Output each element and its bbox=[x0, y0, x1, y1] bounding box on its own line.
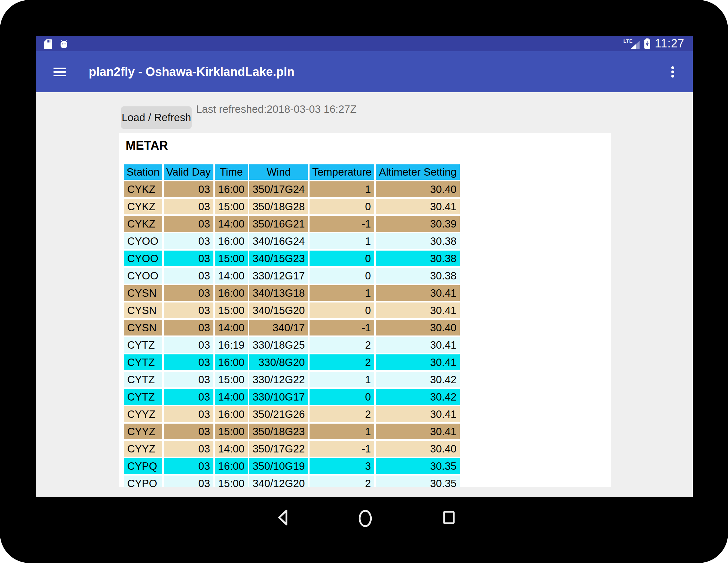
cell-temperature: 0 bbox=[310, 389, 374, 405]
cell-valid-day: 03 bbox=[164, 389, 213, 405]
metar-heading: METAR bbox=[126, 139, 611, 153]
col-header-wind: Wind bbox=[249, 164, 308, 180]
cell-station: CYKZ bbox=[124, 216, 162, 232]
cell-wind: 350/16G21 bbox=[249, 216, 308, 232]
cell-wind: 350/18G23 bbox=[249, 424, 308, 439]
cell-valid-day: 03 bbox=[164, 233, 213, 249]
cell-station: CYSN bbox=[124, 302, 162, 318]
status-time: 11:27 bbox=[655, 37, 684, 50]
cell-time: 15:00 bbox=[215, 199, 248, 214]
status-right-cluster: LTE 11:27 bbox=[624, 37, 684, 50]
table-row: CYTZ0316:00330/8G20230.41 bbox=[124, 354, 460, 370]
cell-station: CYTZ bbox=[124, 372, 162, 387]
cell-temperature: 3 bbox=[310, 458, 374, 474]
cell-altimeter: 30.40 bbox=[376, 181, 460, 197]
table-row: CYYZ0316:00350/21G26230.41 bbox=[124, 406, 460, 422]
cell-valid-day: 03 bbox=[164, 372, 213, 387]
cell-station: CYOO bbox=[124, 233, 162, 249]
cell-temperature: -1 bbox=[310, 320, 374, 335]
cell-station: CYKZ bbox=[124, 199, 162, 214]
cell-station: CYOO bbox=[124, 251, 162, 266]
cell-wind: 330/18G25 bbox=[249, 337, 308, 353]
cell-time: 14:00 bbox=[215, 268, 248, 284]
android-icon bbox=[60, 40, 68, 49]
cell-time: 14:00 bbox=[215, 389, 248, 405]
cell-station: CYYZ bbox=[124, 441, 162, 457]
cell-wind: 330/12G17 bbox=[249, 268, 308, 284]
cell-time: 15:00 bbox=[215, 372, 248, 387]
cell-time: 14:00 bbox=[215, 441, 248, 457]
cell-wind: 340/16G24 bbox=[249, 233, 308, 249]
table-row: CYPQ0316:00350/10G19330.35 bbox=[124, 458, 460, 474]
cell-temperature: 0 bbox=[310, 199, 374, 214]
cell-temperature: 2 bbox=[310, 406, 374, 422]
cell-time: 16:00 bbox=[215, 233, 248, 249]
app-bar: plan2fly - Oshawa-KirklandLake.pln bbox=[36, 51, 693, 92]
cell-valid-day: 03 bbox=[164, 354, 213, 370]
recents-button[interactable] bbox=[443, 510, 455, 525]
cell-valid-day: 03 bbox=[164, 268, 213, 284]
cell-valid-day: 03 bbox=[164, 476, 213, 487]
table-row: CYKZ0314:00350/16G21-130.39 bbox=[124, 216, 460, 232]
cell-altimeter: 30.41 bbox=[376, 302, 460, 318]
cell-temperature: -1 bbox=[310, 216, 374, 232]
cell-valid-day: 03 bbox=[164, 302, 213, 318]
table-row: CYSN0314:00340/17-130.40 bbox=[124, 320, 460, 335]
menu-icon[interactable] bbox=[54, 68, 66, 76]
col-header-time: Time bbox=[215, 164, 248, 180]
cell-station: CYYZ bbox=[124, 406, 162, 422]
cell-altimeter: 30.41 bbox=[376, 424, 460, 439]
cell-wind: 340/12G20 bbox=[249, 476, 308, 487]
cell-temperature: 2 bbox=[310, 354, 374, 370]
cell-time: 15:00 bbox=[215, 251, 248, 266]
cell-wind: 330/8G20 bbox=[249, 354, 308, 370]
table-row: CYKZ0315:00350/18G28030.41 bbox=[124, 199, 460, 214]
cell-temperature: 1 bbox=[310, 424, 374, 439]
cell-time: 16:00 bbox=[215, 354, 248, 370]
overflow-menu-icon[interactable] bbox=[669, 64, 676, 79]
cell-time: 16:19 bbox=[215, 337, 248, 353]
table-row: CYOO0314:00330/12G17030.38 bbox=[124, 268, 460, 284]
cell-altimeter: 30.38 bbox=[376, 251, 460, 266]
cell-station: CYTZ bbox=[124, 337, 162, 353]
cell-time: 14:00 bbox=[215, 216, 248, 232]
screen: LTE 11:27 bbox=[36, 36, 693, 497]
cell-temperature: 1 bbox=[310, 233, 374, 249]
cell-wind: 330/12G22 bbox=[249, 372, 308, 387]
cell-temperature: 2 bbox=[310, 476, 374, 487]
cell-station: CYOO bbox=[124, 268, 162, 284]
back-button[interactable] bbox=[277, 509, 288, 526]
cell-valid-day: 03 bbox=[164, 199, 213, 214]
cell-station: CYYZ bbox=[124, 424, 162, 439]
load-refresh-button[interactable]: Load / Refresh bbox=[121, 106, 192, 129]
cell-wind: 350/17G22 bbox=[249, 441, 308, 457]
metar-table-body: CYKZ0316:00350/17G24130.40CYKZ0315:00350… bbox=[124, 181, 460, 487]
home-button[interactable] bbox=[358, 509, 372, 527]
cell-time: 16:00 bbox=[215, 181, 248, 197]
cell-valid-day: 03 bbox=[164, 441, 213, 457]
table-row: CYOO0315:00340/15G23030.38 bbox=[124, 251, 460, 266]
metar-table: Station Valid Day Time Wind Temperature … bbox=[122, 163, 461, 487]
cell-altimeter: 30.42 bbox=[376, 372, 460, 387]
table-row: CYTZ0314:00330/10G17030.42 bbox=[124, 389, 460, 405]
cell-valid-day: 03 bbox=[164, 216, 213, 232]
tablet-frame: LTE 11:27 bbox=[0, 0, 728, 563]
cell-altimeter: 30.38 bbox=[376, 268, 460, 284]
cell-station: CYSN bbox=[124, 285, 162, 301]
table-row: CYSN0316:00340/13G18130.41 bbox=[124, 285, 460, 301]
col-header-temperature: Temperature bbox=[310, 164, 374, 180]
cell-altimeter: 30.41 bbox=[376, 406, 460, 422]
cell-time: 15:00 bbox=[215, 424, 248, 439]
cell-valid-day: 03 bbox=[164, 285, 213, 301]
cell-time: 16:00 bbox=[215, 458, 248, 474]
cell-altimeter: 30.39 bbox=[376, 216, 460, 232]
content-area: Load / Refresh Last refreshed:2018-03-03… bbox=[36, 92, 693, 497]
cell-altimeter: 30.40 bbox=[376, 320, 460, 335]
metar-panel: METAR Station Valid Day Time Wind Temper… bbox=[119, 133, 611, 487]
cell-station: CYSN bbox=[124, 320, 162, 335]
cell-valid-day: 03 bbox=[164, 458, 213, 474]
cell-temperature: 0 bbox=[310, 302, 374, 318]
cell-time: 15:00 bbox=[215, 302, 248, 318]
cell-valid-day: 03 bbox=[164, 320, 213, 335]
cell-temperature: -1 bbox=[310, 441, 374, 457]
